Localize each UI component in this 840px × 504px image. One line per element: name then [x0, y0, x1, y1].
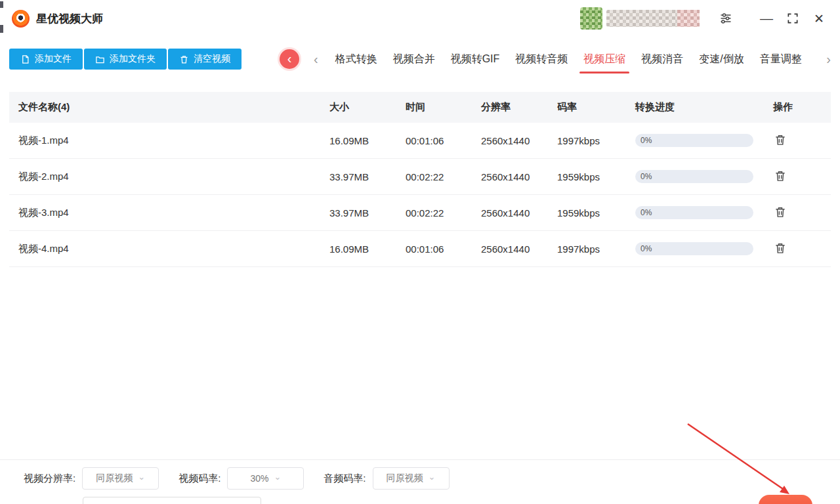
delete-row-button[interactable] [773, 205, 788, 220]
tab-volume-adjust[interactable]: 音量调整 [760, 52, 802, 66]
file-resolution: 2560x1440 [481, 207, 557, 219]
tab-format-convert[interactable]: 格式转换 [335, 52, 377, 66]
video-bitrate-value: 30% [250, 473, 268, 484]
add-folder-button[interactable]: 添加文件夹 [84, 49, 167, 70]
back-chevron-icon: ‹ [287, 52, 292, 65]
file-time: 00:02:22 [406, 207, 481, 219]
header-size: 大小 [329, 101, 406, 114]
user-name-redacted [606, 10, 700, 27]
video-bitrate-dropdown[interactable]: 30% ⌄ [227, 467, 304, 490]
file-resolution: 2560x1440 [481, 135, 557, 146]
audio-bitrate-dropdown[interactable]: 同原视频 ⌄ [373, 467, 450, 490]
resolution-value: 同原视频 [96, 472, 133, 484]
trash-icon [774, 205, 787, 219]
chevron-down-icon: ⌄ [138, 472, 145, 482]
delete-row-button[interactable] [773, 133, 788, 148]
settings-row: 视频分辨率: 同原视频 ⌄ 视频码率: 30% ⌄ 音频码率: 同原视频 ⌄ [0, 467, 840, 490]
header-time: 时间 [406, 101, 481, 114]
titlebar-right: — ✕ [580, 5, 840, 32]
file-name: 视频-1.mp4 [9, 135, 329, 147]
chevron-down-icon: ⌄ [429, 472, 436, 482]
header-progress: 转换进度 [635, 101, 763, 114]
file-bitrate: 1959kbps [557, 207, 635, 219]
progress-bar: 0% [635, 134, 753, 147]
add-folder-label: 添加文件夹 [110, 53, 156, 65]
tab-video-compress[interactable]: 视频压缩 [583, 52, 625, 66]
resolution-dropdown[interactable]: 同原视频 ⌄ [82, 467, 159, 490]
file-resolution: 2560x1440 [481, 243, 557, 255]
delete-row-button[interactable] [773, 169, 788, 184]
file-size: 33.97MB [329, 171, 406, 182]
titlebar: 星优视频大师 — ✕ [0, 0, 840, 37]
file-size: 16.09MB [329, 243, 406, 255]
add-file-label: 添加文件 [35, 53, 72, 65]
progress-label: 0% [635, 172, 652, 181]
trash-icon [774, 242, 787, 255]
file-bitrate: 1997kbps [557, 243, 635, 255]
header-bitrate: 码率 [557, 101, 635, 114]
collapse-panel-button[interactable]: ‹ [280, 49, 299, 69]
file-icon [20, 54, 30, 64]
progress-bar: 0% [635, 206, 753, 219]
file-time: 00:01:06 [406, 243, 481, 255]
start-button[interactable] [759, 495, 812, 504]
audio-bitrate-value: 同原视频 [387, 472, 423, 484]
bottom-settings-bar: 视频分辨率: 同原视频 ⌄ 视频码率: 30% ⌄ 音频码率: 同原视频 ⌄ [0, 459, 840, 504]
progress-bar: 0% [635, 170, 753, 183]
maximize-button[interactable] [780, 5, 806, 32]
progress-label: 0% [635, 136, 652, 145]
header-filename: 文件名称(4) [9, 101, 329, 114]
clear-videos-button[interactable]: 清空视频 [168, 49, 242, 70]
table-row: 视频-1.mp4 16.09MB 00:01:06 2560x1440 1997… [9, 123, 831, 159]
add-file-button[interactable]: 添加文件 [9, 49, 83, 70]
tabs-scroll-left-icon[interactable]: ‹ [314, 52, 318, 67]
tab-speed-reverse[interactable]: 变速/倒放 [699, 52, 744, 66]
app-title: 星优视频大师 [36, 11, 103, 26]
feature-tabs: 格式转换 视频合并 视频转GIF 视频转音频 视频压缩 视频消音 变速/倒放 音… [335, 52, 818, 66]
header-operation: 操作 [763, 101, 831, 114]
chevron-down-icon: ⌄ [274, 472, 281, 482]
progress-bar: 0% [635, 242, 753, 255]
table-row: 视频-3.mp4 33.97MB 00:02:22 2560x1440 1959… [9, 195, 831, 231]
tab-video-to-audio[interactable]: 视频转音频 [515, 52, 568, 66]
progress-label: 0% [635, 244, 652, 253]
trash-icon [179, 54, 189, 64]
file-size: 33.97MB [329, 207, 406, 219]
resolution-label: 视频分辨率: [24, 472, 75, 485]
trash-icon [774, 169, 787, 182]
table-header: 文件名称(4) 大小 时间 分辨率 码率 转换进度 操作 [9, 92, 831, 123]
output-path-input[interactable] [83, 497, 261, 504]
file-time: 00:02:22 [406, 171, 481, 182]
tab-video-to-gif[interactable]: 视频转GIF [451, 52, 500, 66]
file-time: 00:01:06 [406, 135, 481, 146]
tabs-scroll-right-icon[interactable]: › [826, 52, 831, 67]
file-resolution: 2560x1440 [481, 171, 557, 182]
tab-video-merge[interactable]: 视频合并 [393, 52, 435, 66]
progress-label: 0% [635, 208, 652, 217]
file-name: 视频-4.mp4 [9, 243, 329, 255]
file-table: 文件名称(4) 大小 时间 分辨率 码率 转换进度 操作 视频-1.mp4 16… [9, 92, 831, 267]
file-name: 视频-2.mp4 [9, 171, 329, 183]
audio-bitrate-label: 音频码率: [324, 472, 366, 485]
file-size: 16.09MB [329, 135, 406, 146]
trash-icon [774, 133, 787, 146]
toolbar: 添加文件 添加文件夹 清空视频 ‹ ‹ 格式转换 视频合并 视频转GIF 视频转… [0, 47, 840, 71]
user-avatar[interactable] [580, 7, 602, 30]
header-resolution: 分辨率 [481, 101, 557, 114]
table-row: 视频-2.mp4 33.97MB 00:02:22 2560x1440 1959… [9, 159, 831, 195]
app-logo-icon [12, 10, 30, 28]
file-name: 视频-3.mp4 [9, 207, 329, 219]
video-bitrate-label: 视频码率: [178, 472, 220, 485]
folder-icon [95, 54, 105, 64]
minimize-button[interactable]: — [753, 5, 780, 32]
screen-edge-artifact [0, 25, 3, 33]
file-bitrate: 1997kbps [557, 135, 635, 146]
screen-edge-artifact [0, 1, 3, 8]
close-button[interactable]: ✕ [806, 5, 832, 32]
clear-videos-label: 清空视频 [194, 53, 230, 65]
delete-row-button[interactable] [773, 242, 788, 256]
file-bitrate: 1959kbps [557, 171, 635, 182]
app-window: 星优视频大师 — ✕ 添 [0, 0, 840, 504]
settings-sliders-icon[interactable] [713, 5, 739, 32]
tab-video-mute[interactable]: 视频消音 [641, 52, 683, 66]
